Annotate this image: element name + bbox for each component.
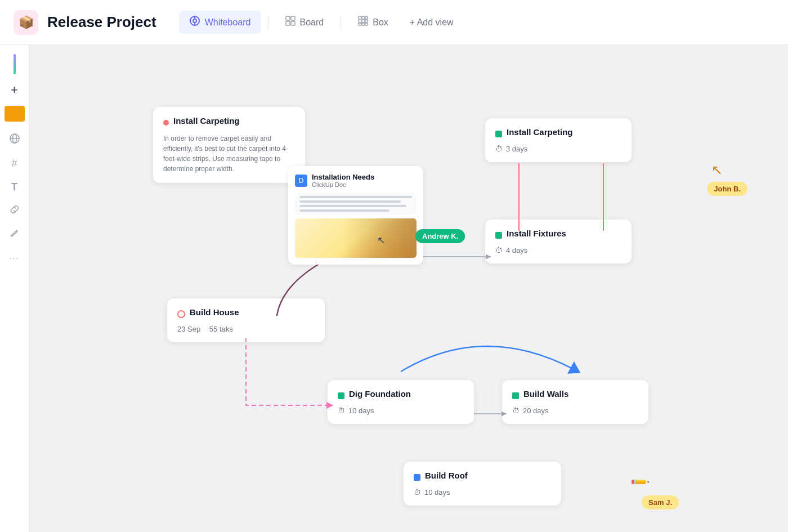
board-tab-label: Board (300, 17, 324, 28)
svg-rect-10 (365, 16, 368, 19)
svg-rect-6 (286, 21, 290, 25)
tab-box[interactable]: Box (348, 11, 399, 33)
duration-icon-3: ⏱ (338, 406, 345, 415)
dig-foundation-meta: ⏱ 10 days (338, 406, 464, 415)
svg-rect-13 (365, 20, 368, 23)
card-build-house: Build House 23 Sep · 55 taks (167, 298, 325, 342)
build-walls-meta: ⏱ 20 days (512, 406, 638, 415)
sidebar-item-pen[interactable] (5, 224, 25, 244)
doc-text-lines (295, 193, 417, 215)
badge-john: John B. (707, 182, 747, 196)
install-fixtures-title: Install Fixtures (507, 229, 566, 238)
box-icon (358, 16, 368, 29)
dot-green-3 (338, 392, 344, 399)
build-house-title: Build House (190, 307, 239, 317)
whiteboard-tab-label: Whiteboard (205, 17, 251, 28)
box-tab-label: Box (373, 17, 388, 28)
doc-image: ↖ (295, 218, 417, 258)
sidebar-item-more[interactable]: ··· (5, 248, 25, 268)
sidebar-item-grid[interactable]: # (5, 153, 25, 173)
add-view-button[interactable]: + Add view (401, 13, 463, 32)
duration-icon-1: ⏱ (495, 145, 503, 153)
plus-icon: + (11, 83, 18, 97)
nav-divider-2 (341, 15, 341, 30)
whiteboard-icon (189, 15, 200, 29)
svg-rect-12 (362, 20, 365, 23)
pen-icon (9, 227, 20, 242)
tab-board[interactable]: Board (275, 11, 334, 33)
dot-pink (163, 120, 169, 126)
card-install-carpeting-detail: Install Carpeting In order to remove car… (153, 107, 305, 183)
svg-rect-8 (359, 16, 361, 19)
app-icon: 📦 (14, 10, 38, 35)
doc-text-line-1 (299, 196, 412, 198)
doc-title: Installation Needs (312, 173, 374, 181)
card-build-roof: Build Roof ⏱ 10 days (404, 462, 561, 506)
cursor-in-image-icon: ↖ (377, 234, 386, 247)
sidebar-folder (5, 104, 25, 124)
install-carpeting-right-meta: ⏱ 3 days (495, 145, 621, 153)
doc-text-line-3 (299, 205, 406, 207)
project-title: Release Project (47, 14, 156, 31)
build-roof-title: Build Roof (425, 471, 468, 480)
dot-green-4 (512, 392, 519, 399)
build-roof-meta: ⏱ 10 days (414, 488, 551, 497)
sidebar-item-link[interactable] (5, 200, 25, 221)
pencil-icon: ✏️ (629, 472, 650, 493)
build-walls-title: Build Walls (523, 389, 568, 399)
duration-icon-2: ⏱ (495, 246, 503, 254)
dig-foundation-title: Dig Foundation (349, 389, 411, 399)
cursor-arrow-icon: ↗ (711, 162, 723, 178)
sidebar-item-globe[interactable] (5, 129, 25, 150)
badge-sam: Sam J. (642, 495, 679, 509)
dot-circle-pink (177, 310, 185, 318)
svg-rect-11 (359, 20, 361, 23)
folder-icon (5, 106, 25, 122)
build-house-meta: 23 Sep · 55 taks (177, 325, 315, 333)
build-walls-duration: 20 days (523, 406, 549, 415)
canvas: Install Carpeting In order to remove car… (29, 45, 788, 532)
install-fixtures-meta: ⏱ 4 days (495, 246, 621, 254)
dot-green-1 (495, 131, 502, 137)
text-icon: T (11, 181, 17, 193)
svg-rect-7 (291, 21, 295, 25)
more-icon: ··· (10, 253, 20, 262)
doc-header: D Installation Needs ClickUp Doc (295, 173, 417, 188)
svg-rect-5 (291, 16, 295, 20)
card-install-carpeting-right: Install Carpeting ⏱ 3 days (485, 118, 632, 162)
nav-tabs: Whiteboard Board (179, 11, 463, 34)
card-dig-foundation: Dig Foundation ⏱ 10 days (328, 380, 474, 424)
svg-rect-14 (359, 23, 361, 25)
card-doc: D Installation Needs ClickUp Doc ↖ (288, 166, 423, 265)
badge-andrew: Andrew K. (415, 229, 465, 243)
card-install-fixtures: Install Fixtures ⏱ 4 days (485, 220, 632, 263)
nav-divider-1 (268, 15, 268, 30)
doc-text-line-4 (299, 209, 389, 212)
install-carpeting-detail-desc: In order to remove carpet easily and eff… (163, 133, 295, 174)
dot-green-2 (495, 232, 502, 239)
dig-foundation-duration: 10 days (348, 406, 374, 415)
doc-text-line-2 (299, 200, 401, 203)
card-build-walls: Build Walls ⏱ 20 days (502, 380, 648, 424)
board-icon (285, 16, 296, 29)
install-carpeting-detail-title: Install Carpeting (173, 116, 240, 126)
sidebar-item-text[interactable]: T (5, 177, 25, 197)
svg-rect-4 (286, 16, 290, 20)
install-fixtures-duration: 4 days (506, 246, 527, 254)
duration-icon-4: ⏱ (512, 406, 520, 415)
build-house-date: 23 Sep (177, 325, 200, 333)
build-roof-duration: 10 days (424, 488, 450, 497)
connections-svg (29, 45, 788, 532)
header: 📦 Release Project Whiteboard (0, 0, 788, 45)
build-house-tasks: 55 taks (209, 325, 233, 333)
tab-whiteboard[interactable]: Whiteboard (179, 11, 261, 34)
sidebar-item-add[interactable]: + (5, 80, 25, 100)
sidebar-color-bar (14, 54, 16, 74)
dot-blue-1 (414, 474, 420, 481)
duration-icon-5: ⏱ (414, 488, 421, 497)
add-view-label: + Add view (410, 17, 454, 28)
sidebar: + # T (0, 45, 29, 532)
svg-rect-16 (365, 23, 368, 25)
doc-icon: D (295, 175, 307, 187)
grid-icon: # (11, 158, 17, 169)
